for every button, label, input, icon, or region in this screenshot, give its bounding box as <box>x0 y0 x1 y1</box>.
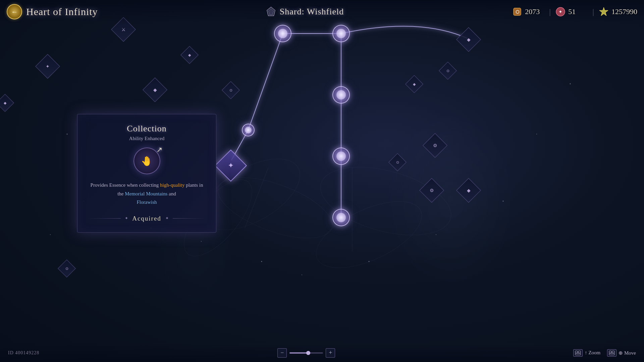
desc-highlight-location1: Memorial Mountains <box>125 191 167 196</box>
acquired-label: Acquired <box>132 215 161 222</box>
zoom-hint: ↑ Zoom <box>573 349 600 357</box>
sparkle-left-icon: ✦ <box>125 216 128 221</box>
separator-1: | <box>549 7 551 16</box>
svg-point-19 <box>302 275 302 275</box>
svg-rect-36 <box>578 351 581 353</box>
sparkle-right-icon: ✦ <box>165 216 169 221</box>
svg-marker-29 <box>268 8 274 15</box>
header-right: ⬡ 2073 | ✦ 51 | 1257990 <box>512 6 637 17</box>
svg-point-27 <box>50 234 51 235</box>
skill-node-selected[interactable]: ✦ <box>219 154 242 177</box>
panel-footer: ✦ Acquired ✦ <box>88 215 206 222</box>
header: ← Heart of Infinity Shard: Wishfield ⬡ 2… <box>0 0 644 23</box>
move-hint-label: ⊕ Move <box>619 350 636 356</box>
desc-plain-1: Provides Essence when collecting <box>91 182 160 188</box>
footer-line-right <box>173 218 206 219</box>
id-label: ID 400149228 <box>8 350 39 356</box>
skill-node-small-1[interactable] <box>242 124 255 136</box>
zoom-hint-label: ↑ Zoom <box>585 350 600 356</box>
shard-title: Shard: Wishfield <box>280 7 344 17</box>
currency3-value: 1257990 <box>611 7 637 16</box>
zoom-slider-fill <box>289 352 308 354</box>
move-hint: ⊕ Move <box>607 349 636 357</box>
zoom-in-button[interactable]: + <box>326 348 335 358</box>
svg-point-18 <box>261 261 262 262</box>
header-left: ← Heart of Infinity <box>7 4 98 19</box>
currency2-icon: ✦ <box>555 6 566 17</box>
skill-node-4[interactable] <box>332 147 350 165</box>
svg-rect-38 <box>609 351 611 353</box>
hand-collect-icon: 🤚 <box>141 156 153 167</box>
svg-point-17 <box>201 241 202 242</box>
resource-currency3: 1257990 <box>598 6 637 17</box>
desc-highlight-quality: high-quality <box>160 182 184 188</box>
back-arrow-icon: ← <box>11 8 18 16</box>
back-button[interactable]: ← <box>7 4 22 19</box>
zoom-keyboard-icon <box>573 349 583 357</box>
svg-text:⬡: ⬡ <box>516 9 519 14</box>
currency1-value: 2073 <box>525 7 545 16</box>
resource-currency1: ⬡ 2073 <box>512 6 545 17</box>
ability-icon: 🤚 ↗ <box>133 147 160 174</box>
info-panel: Collection Ability Enhanced 🤚 ↗ Provides… <box>77 114 216 233</box>
skill-node-1[interactable] <box>274 25 291 42</box>
skill-node-3[interactable] <box>332 86 350 104</box>
header-center: Shard: Wishfield <box>266 6 344 17</box>
skill-node-5[interactable] <box>332 209 350 226</box>
svg-text:✦: ✦ <box>558 9 562 14</box>
separator-2: | <box>592 7 594 16</box>
skill-node-2[interactable] <box>332 25 350 42</box>
currency1-icon: ⬡ <box>512 6 523 17</box>
game-title: Heart of Infinity <box>26 6 98 17</box>
svg-point-14 <box>67 134 68 135</box>
move-keyboard-icon <box>607 349 616 357</box>
svg-marker-34 <box>599 7 608 16</box>
svg-point-23 <box>536 134 537 134</box>
panel-title: Collection <box>88 124 206 134</box>
currency3-icon <box>598 6 609 17</box>
svg-rect-40 <box>609 353 614 355</box>
desc-highlight-location2: Florawish <box>137 199 157 205</box>
svg-rect-37 <box>575 353 581 355</box>
svg-point-21 <box>436 234 436 235</box>
svg-rect-35 <box>575 351 578 353</box>
zoom-controls[interactable]: − + <box>277 348 335 358</box>
panel-description: Provides Essence when collecting high-qu… <box>88 181 206 207</box>
footer-line-left <box>88 218 121 219</box>
svg-point-3 <box>313 155 459 247</box>
svg-point-24 <box>570 83 571 84</box>
ability-upgrade-arrow-icon: ↗ <box>156 145 162 154</box>
shard-icon <box>266 6 276 17</box>
zoom-out-button[interactable]: − <box>277 348 287 358</box>
desc-plain-3: and <box>167 191 176 196</box>
zoom-slider-handle[interactable] <box>306 351 310 355</box>
svg-point-22 <box>503 201 504 202</box>
svg-line-5 <box>245 168 268 228</box>
svg-point-4 <box>307 188 431 282</box>
resource-currency2: ✦ 51 <box>555 6 588 17</box>
bottom-bar: ID 400149228 − + ↑ Zoom <box>0 344 644 362</box>
right-controls: ↑ Zoom ⊕ Move <box>573 349 636 357</box>
svg-line-9 <box>248 34 283 130</box>
svg-rect-39 <box>612 351 614 353</box>
currency2-value: 51 <box>568 7 588 16</box>
svg-point-20 <box>369 261 370 262</box>
ability-icon-container: 🤚 ↗ <box>88 147 206 174</box>
panel-subtitle: Ability Enhanced <box>88 136 206 141</box>
zoom-slider[interactable] <box>289 352 323 354</box>
